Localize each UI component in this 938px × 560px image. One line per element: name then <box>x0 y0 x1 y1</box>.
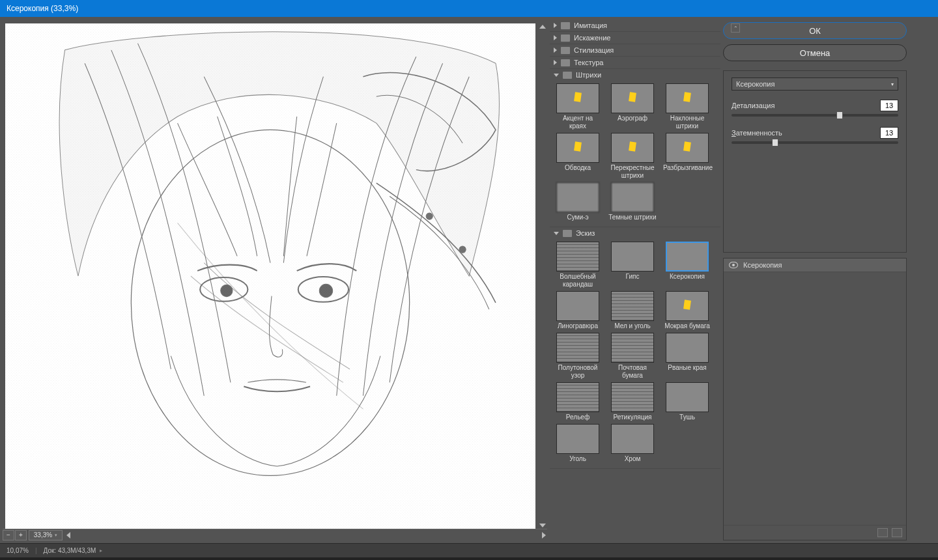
folder-icon <box>561 59 570 66</box>
chevron-right-icon: ▸ <box>100 548 102 553</box>
filter-thumb-selected[interactable]: Ксерокопия <box>663 242 711 288</box>
thumb-label: Наклонные штрихи <box>663 115 711 130</box>
thumb-label: Рваные края <box>663 364 711 372</box>
thumb-label: Уголь <box>554 455 602 463</box>
status-doc-size: Док: 43,3M/43,3M <box>44 547 96 554</box>
filter-thumb[interactable]: Аэрограф <box>608 83 657 130</box>
window-title: Ксерокопия (33,3%) <box>0 0 938 17</box>
filter-select[interactable]: Ксерокопия ▾ <box>732 77 898 91</box>
effect-layers-footer <box>724 525 906 540</box>
param-darkness-input[interactable] <box>880 127 898 139</box>
filter-thumb[interactable]: Линогравюра <box>554 291 602 330</box>
thumb-label: Почтовая бумага <box>608 364 657 380</box>
thumb-label: Акцент на краях <box>554 115 602 130</box>
thumb-label: Мокрая бумага <box>663 322 711 330</box>
expand-icon <box>554 35 557 40</box>
param-label: Детализация <box>732 102 775 109</box>
thumb-label: Суми-э <box>554 214 602 221</box>
folder-label: Имитация <box>574 21 607 29</box>
preview-panel: − + 33,3% ▾ <box>3 20 547 540</box>
scroll-down-icon[interactable] <box>539 524 546 527</box>
param-darkness-slider[interactable] <box>732 141 898 144</box>
filter-thumb[interactable]: Темные штрихи <box>608 182 657 221</box>
filter-thumb[interactable]: Мел и уголь <box>608 291 657 330</box>
thumb-label: Мел и уголь <box>608 322 657 330</box>
filter-thumb[interactable]: Обводка <box>554 133 602 180</box>
zoom-percent-value: 33,3% <box>34 531 52 539</box>
folder-texture[interactable]: Текстура <box>550 57 720 69</box>
filter-thumb[interactable]: Волшебный карандаш <box>554 242 602 288</box>
folder-label: Искажение <box>574 34 610 42</box>
folder-distortion[interactable]: Искажение <box>550 32 720 44</box>
settings-panel: ОК Отмена Ксерокопия ▾ Детализация Затем… <box>723 20 907 540</box>
folder-label: Текстура <box>574 59 603 66</box>
thumb-label: Полутоновой узор <box>554 364 602 380</box>
zoom-in-button[interactable]: + <box>15 530 27 540</box>
folder-icon <box>561 47 570 54</box>
scroll-up-icon[interactable] <box>539 25 546 29</box>
strokes-thumbs: Акцент на краях Аэрограф Наклонные штрих… <box>550 81 720 227</box>
folder-icon <box>563 72 572 79</box>
filter-thumb[interactable]: Полутоновой узор <box>554 333 602 380</box>
slider-knob[interactable] <box>772 139 778 147</box>
filter-gallery[interactable]: Имитация Искажение Стилизация Текстура Ш… <box>550 20 720 540</box>
folder-label: Штрихи <box>576 71 601 79</box>
folder-icon <box>561 35 570 42</box>
expand-icon <box>554 60 557 65</box>
thumb-label: Темные штрихи <box>608 214 657 221</box>
filter-thumb[interactable]: Акцент на краях <box>554 83 602 130</box>
filter-thumb[interactable]: Хром <box>608 424 657 463</box>
preview-vertical-scrollbar[interactable] <box>538 23 547 529</box>
filter-thumb[interactable]: Ретикуляция <box>608 382 657 421</box>
expand-icon <box>554 48 557 53</box>
scroll-right-icon[interactable] <box>542 532 546 539</box>
svg-rect-8 <box>5 23 535 529</box>
filter-thumb[interactable]: Мокрая бумага <box>663 291 711 330</box>
chevron-down-icon: ▾ <box>891 81 894 87</box>
effect-layers: Ксерокопия <box>723 258 907 540</box>
status-bar: 10,07% | Док: 43,3M/43,3M ▸ <box>0 543 938 557</box>
visibility-icon[interactable] <box>729 262 738 268</box>
scroll-left-icon[interactable] <box>66 532 70 539</box>
sketch-thumbs: Волшебный карандаш Гипс Ксерокопия Линог… <box>550 239 720 468</box>
filter-thumb[interactable]: Уголь <box>554 424 602 463</box>
thumb-label: Гипс <box>608 273 657 281</box>
filter-thumb[interactable]: Разбрызгивание <box>663 133 711 180</box>
thumb-label: Ретикуляция <box>608 413 657 421</box>
preview-image <box>5 23 535 529</box>
zoom-percent[interactable]: 33,3% ▾ <box>29 530 63 540</box>
collapse-settings-button[interactable]: ⌃ <box>731 23 740 33</box>
cancel-button[interactable]: Отмена <box>723 44 907 61</box>
folder-imitation[interactable]: Имитация <box>550 20 720 32</box>
thumb-label: Перекрестные штрихи <box>608 164 657 180</box>
new-effect-layer-button[interactable] <box>877 528 888 537</box>
preview-viewport[interactable] <box>3 20 547 529</box>
effect-layer-row[interactable]: Ксерокопия <box>724 259 906 272</box>
delete-effect-layer-button[interactable] <box>892 528 902 537</box>
filter-thumb[interactable]: Гипс <box>608 242 657 288</box>
folder-strokes[interactable]: Штрихи Акцент на краях Аэрограф Наклонны… <box>550 69 720 227</box>
main-area: − + 33,3% ▾ Имитация Искажение Стилизаци… <box>0 17 938 543</box>
param-label: Затемненность <box>732 129 782 137</box>
filter-thumb[interactable]: Рельеф <box>554 382 602 421</box>
thumb-label: Линогравюра <box>554 322 602 330</box>
filter-thumb[interactable]: Тушь <box>663 382 711 421</box>
folder-sketch[interactable]: Эскиз Волшебный карандаш Гипс Ксерокопия… <box>550 227 720 469</box>
thumb-label: Обводка <box>554 164 602 172</box>
folder-stylization[interactable]: Стилизация <box>550 44 720 57</box>
filter-thumb[interactable]: Наклонные штрихи <box>663 83 711 130</box>
filter-thumb[interactable]: Рваные края <box>663 333 711 380</box>
filter-thumb[interactable]: Суми-э <box>554 182 602 221</box>
preview-horizontal-scrollbar[interactable] <box>65 531 547 540</box>
status-zoom: 10,07% <box>7 547 29 554</box>
ok-button[interactable]: ОК <box>723 22 907 39</box>
param-detail-slider[interactable] <box>732 114 898 117</box>
zoom-out-button[interactable]: − <box>3 530 14 540</box>
filter-thumb[interactable]: Перекрестные штрихи <box>608 133 657 180</box>
folder-label: Стилизация <box>574 46 614 54</box>
param-detail-input[interactable] <box>880 100 898 111</box>
thumb-label: Ксерокопия <box>663 273 711 281</box>
filter-thumb[interactable]: Почтовая бумага <box>608 333 657 380</box>
slider-knob[interactable] <box>836 111 843 119</box>
thumb-label: Волшебный карандаш <box>554 273 602 288</box>
